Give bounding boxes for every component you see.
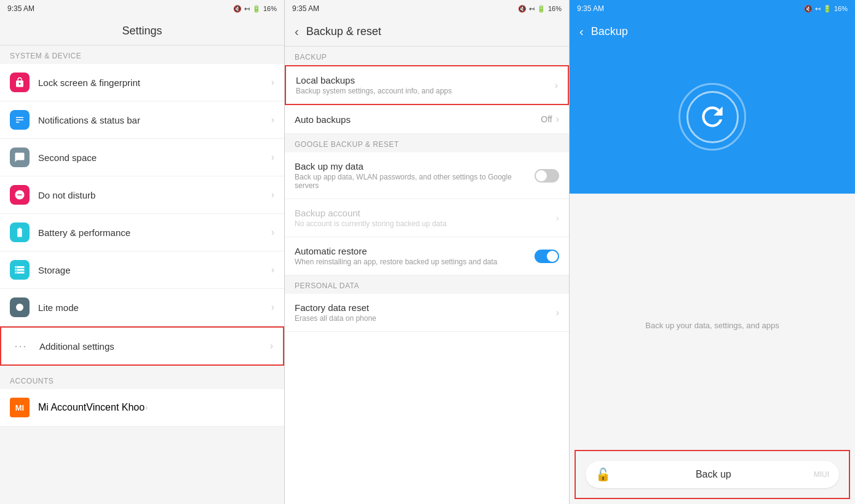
- backup-reset-panel: 9:35 AM 🔇 ↤ 🔋 16% ‹ Backup & reset BACKU…: [285, 0, 570, 504]
- backup-button[interactable]: 🔓 Back up MIUI: [586, 461, 839, 488]
- signal-icon-2: ↤: [529, 5, 535, 13]
- dnd-icon-wrap: [10, 185, 30, 205]
- factory-reset-content: Factory data reset Erases all data on ph…: [295, 302, 556, 323]
- backup-section-label: BACKUP: [285, 47, 569, 65]
- backup-circle-inner: [686, 91, 739, 143]
- backup-my-data-title: Back up my data: [295, 161, 535, 171]
- storage-label: Storage: [38, 265, 271, 275]
- local-backups-item[interactable]: Local backups Backup system settings, ac…: [285, 65, 569, 105]
- lock-icon: [14, 77, 25, 88]
- backup-blue-header: 9:35 AM 🔇 ↤ 🔋 16% ‹ Backup: [570, 0, 855, 194]
- notif-label: Notifications & status bar: [38, 115, 271, 125]
- mute-icon-3: 🔇: [804, 5, 813, 13]
- auto-restore-toggle[interactable]: [535, 250, 559, 263]
- auto-backups-title: Auto backups: [295, 114, 541, 125]
- battery-chevron: ›: [271, 227, 274, 238]
- backup-my-data-item[interactable]: Back up my data Back up app data, WLAN p…: [285, 152, 569, 199]
- space-icon: [14, 152, 25, 163]
- backup-my-data-toggle[interactable]: [535, 169, 559, 183]
- mi-account-icon: MI: [10, 398, 30, 417]
- backup-description: Back up your data, settings, and apps: [645, 321, 779, 330]
- local-backups-subtitle: Backup system settings, account info, an…: [296, 87, 555, 95]
- mute-icon: 🔇: [233, 5, 242, 13]
- backup-my-data-right: [535, 169, 559, 183]
- google-backup-label: GOOGLE BACKUP & RESET: [285, 134, 569, 152]
- mi-account-item[interactable]: MI Mi Account Vincent Khoo ›: [0, 389, 284, 427]
- back-button-2[interactable]: ‹: [295, 25, 299, 39]
- dnd-label: Do not disturb: [38, 190, 271, 200]
- backup-account-right: ›: [556, 213, 559, 224]
- factory-reset-item[interactable]: Factory data reset Erases all data on ph…: [285, 294, 569, 332]
- auto-restore-subtitle: When reinstalling an app, restore backed…: [295, 258, 535, 266]
- status-icons-3: 🔇 ↤ 🔋 16%: [804, 5, 848, 13]
- menu-item-dnd[interactable]: Do not disturb ›: [0, 176, 284, 214]
- auto-backups-item[interactable]: Auto backups Off ›: [285, 105, 569, 134]
- backup-title: Backup: [591, 25, 628, 38]
- lite-label: Lite mode: [38, 302, 271, 313]
- auto-restore-content: Automatic restore When reinstalling an a…: [295, 246, 535, 266]
- notif-chevron: ›: [271, 114, 274, 125]
- backup-account-item: Backup account No account is currently s…: [285, 199, 569, 237]
- menu-item-space[interactable]: Second space ›: [0, 139, 284, 176]
- storage-chevron: ›: [271, 264, 274, 275]
- local-backups-title: Local backups: [296, 75, 555, 85]
- auto-backups-content: Auto backups: [295, 114, 541, 125]
- miui-logo: MIUI: [814, 470, 829, 479]
- battery-label: Battery & performance: [38, 227, 271, 238]
- lock-icon-wrap: [10, 73, 30, 92]
- space-chevron: ›: [271, 152, 274, 163]
- additional-label: Additional settings: [39, 341, 270, 352]
- local-backups-content: Local backups Backup system settings, ac…: [296, 75, 555, 95]
- local-backups-chevron: ›: [555, 80, 558, 91]
- battery-percent-2: 16%: [548, 5, 562, 12]
- backup-page-header: ‹ Backup: [570, 17, 855, 46]
- factory-reset-right: ›: [556, 307, 559, 318]
- space-icon-wrap: [10, 148, 30, 167]
- status-bar-2: 9:35 AM 🔇 ↤ 🔋 16%: [285, 0, 569, 17]
- auto-backups-status: Off: [541, 114, 552, 124]
- mi-account-label: Mi Account: [38, 402, 86, 413]
- backup-account-content: Backup account No account is currently s…: [295, 208, 556, 228]
- status-icons-1: 🔇 ↤ 🔋 16%: [233, 5, 277, 13]
- mi-account-chevron: ›: [145, 402, 148, 413]
- back-button-3[interactable]: ‹: [579, 25, 584, 39]
- mute-icon-2: 🔇: [518, 5, 527, 13]
- menu-item-storage[interactable]: Storage ›: [0, 251, 284, 289]
- factory-reset-chevron: ›: [556, 307, 559, 318]
- settings-panel: 9:35 AM 🔇 ↤ 🔋 16% Settings SYSTEM & DEVI…: [0, 0, 285, 504]
- additional-chevron: ›: [270, 341, 273, 352]
- menu-item-lite[interactable]: Lite mode ›: [0, 289, 284, 326]
- battery-icon-2: 🔋: [537, 5, 546, 13]
- time-2: 9:35 AM: [292, 4, 319, 13]
- signal-icon: ↤: [244, 5, 250, 13]
- svg-point-0: [16, 304, 23, 311]
- menu-item-lock[interactable]: Lock screen & fingerprint ›: [0, 64, 284, 101]
- status-bar-3: 9:35 AM 🔇 ↤ 🔋 16%: [570, 0, 855, 17]
- settings-header: Settings: [0, 17, 284, 45]
- time-1: 9:35 AM: [7, 4, 34, 13]
- status-bar-1: 9:35 AM 🔇 ↤ 🔋 16%: [0, 0, 284, 17]
- backup-btn-label: Back up: [618, 469, 809, 480]
- signal-icon-3: ↤: [815, 5, 821, 13]
- auto-restore-item[interactable]: Automatic restore When reinstalling an a…: [285, 237, 569, 275]
- auto-restore-title: Automatic restore: [295, 246, 535, 256]
- menu-item-additional[interactable]: ··· Additional settings ›: [0, 326, 284, 366]
- backup-reset-header: ‹ Backup & reset: [285, 17, 569, 47]
- lite-icon-wrap: [10, 297, 30, 317]
- backup-panel: 9:35 AM 🔇 ↤ 🔋 16% ‹ Backup: [570, 0, 855, 504]
- lock-label: Lock screen & fingerprint: [38, 77, 271, 88]
- lock-chevron: ›: [271, 77, 274, 88]
- menu-item-notif[interactable]: Notifications & status bar ›: [0, 101, 284, 139]
- backup-reset-title: Backup & reset: [306, 25, 381, 38]
- menu-item-battery[interactable]: Battery & performance ›: [0, 214, 284, 251]
- backup-my-data-content: Back up my data Back up app data, WLAN p…: [295, 161, 535, 190]
- backup-circle-outer: [678, 83, 746, 151]
- notif-icon-wrap: [10, 110, 30, 130]
- space-label: Second space: [38, 152, 271, 163]
- system-device-label: SYSTEM & DEVICE: [0, 45, 284, 64]
- time-3: 9:35 AM: [577, 4, 604, 13]
- settings-title: Settings: [10, 25, 274, 37]
- factory-reset-title: Factory data reset: [295, 302, 556, 313]
- backup-account-subtitle: No account is currently storing backed u…: [295, 219, 556, 228]
- battery-percent-1: 16%: [263, 5, 277, 12]
